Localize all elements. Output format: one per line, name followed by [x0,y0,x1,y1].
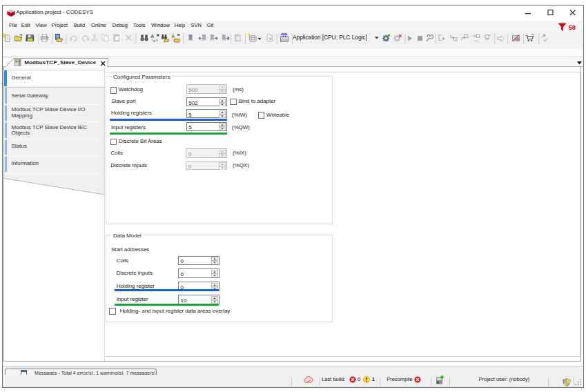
svg-text:A: A [150,34,154,39]
svg-text:A: A [171,34,175,39]
svg-text:58: 58 [568,23,576,31]
svg-text:b: b [156,38,159,42]
